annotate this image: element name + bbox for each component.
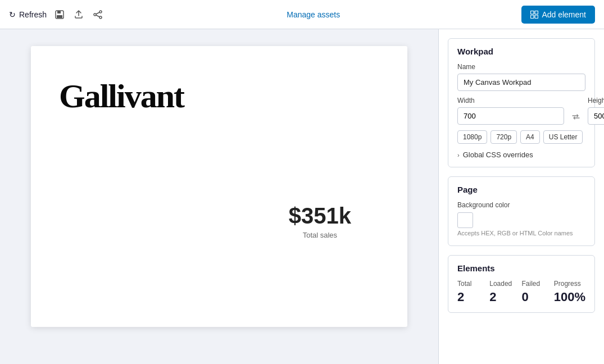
dimensions-row: Width Height [457, 97, 585, 125]
manage-assets-button[interactable]: Manage assets [287, 10, 340, 19]
topbar-right: Add element [521, 6, 595, 24]
canvas-logo: Gallivant [59, 77, 184, 116]
svg-point-4 [94, 13, 96, 16]
width-with-icon [457, 107, 564, 125]
add-element-button[interactable]: Add element [521, 6, 595, 24]
refresh-icon: ↻ [9, 10, 16, 19]
add-element-icon [530, 11, 538, 19]
topbar-icons [52, 8, 105, 21]
canvas-workpad[interactable]: Gallivant $351k Total sales [31, 46, 407, 327]
progress-col: Progress 100% [554, 280, 585, 304]
preset-1080p-button[interactable]: 1080p [457, 130, 487, 144]
global-css-label: Global CSS overrides [463, 151, 533, 159]
workpad-section: Workpad Name Width Height [448, 38, 595, 167]
failed-col: Failed 0 [521, 280, 551, 304]
canvas-metric: $351k Total sales [289, 203, 351, 239]
save-icon-button[interactable] [52, 8, 67, 21]
svg-point-3 [99, 11, 102, 13]
progress-value: 100% [554, 290, 585, 304]
name-field-label: Name [457, 63, 585, 71]
export-icon-button[interactable] [71, 8, 86, 21]
page-section: Page Background color Accepts HEX, RGB o… [448, 176, 595, 246]
chevron-right-icon: › [457, 152, 460, 158]
total-label: Total [457, 280, 487, 288]
total-value: 2 [457, 290, 487, 304]
canvas-metric-label: Total sales [289, 231, 351, 239]
global-css-row[interactable]: › Global CSS overrides [457, 151, 585, 159]
total-col: Total 2 [457, 280, 487, 304]
width-label: Width [457, 97, 564, 104]
progress-label: Progress [554, 280, 585, 288]
preset-720p-button[interactable]: 720p [491, 130, 517, 144]
failed-value: 0 [521, 290, 551, 304]
refresh-label: Refresh [19, 10, 47, 19]
share-icon-button[interactable] [90, 8, 105, 21]
preset-us-letter-button[interactable]: US Letter [543, 130, 583, 144]
topbar-center: Manage assets [105, 10, 521, 19]
loaded-label: Loaded [489, 280, 519, 288]
workpad-title: Workpad [457, 47, 585, 56]
preset-row: 1080p 720p A4 US Letter [457, 130, 585, 144]
workpad-name-input[interactable] [457, 74, 585, 91]
svg-rect-2 [57, 15, 62, 18]
svg-rect-1 [57, 11, 61, 13]
elements-grid: Total 2 Loaded 2 Failed 0 Progress 100% [457, 280, 585, 304]
svg-rect-9 [535, 15, 538, 19]
color-hint: Accepts HEX, RGB or HTML Color names [457, 229, 585, 238]
main: Gallivant $351k Total sales Workpad Name… [0, 29, 604, 364]
height-input[interactable] [588, 107, 604, 125]
height-label: Height [588, 97, 604, 104]
save-icon [55, 10, 65, 20]
svg-point-5 [99, 16, 102, 19]
page-title: Page [457, 185, 585, 194]
right-panel: Workpad Name Width Height [438, 29, 604, 364]
background-color-swatch[interactable] [457, 212, 473, 228]
bg-color-label: Background color [457, 201, 585, 209]
svg-rect-6 [531, 11, 534, 14]
width-input[interactable] [457, 107, 564, 125]
canvas-metric-value: $351k [289, 203, 351, 229]
swap-dimensions-button[interactable] [570, 111, 582, 125]
elements-section: Elements Total 2 Loaded 2 Failed 0 Progr… [448, 255, 595, 313]
canvas-area[interactable]: Gallivant $351k Total sales [0, 29, 438, 364]
preset-a4-button[interactable]: A4 [520, 130, 540, 144]
height-group: Height [588, 97, 604, 125]
share-icon [93, 10, 103, 20]
export-icon [74, 10, 84, 20]
loaded-col: Loaded 2 [489, 280, 519, 304]
failed-label: Failed [521, 280, 551, 288]
loaded-value: 2 [489, 290, 519, 304]
swap-icon [572, 113, 580, 121]
svg-rect-8 [531, 15, 534, 19]
topbar-left: ↻ Refresh [9, 8, 105, 21]
color-swatch-row [457, 212, 585, 228]
elements-title: Elements [457, 263, 585, 273]
topbar: ↻ Refresh [0, 0, 604, 29]
width-group: Width [457, 97, 564, 125]
add-element-label: Add element [542, 10, 586, 19]
refresh-button[interactable]: ↻ Refresh [9, 10, 47, 19]
svg-rect-7 [535, 11, 538, 14]
